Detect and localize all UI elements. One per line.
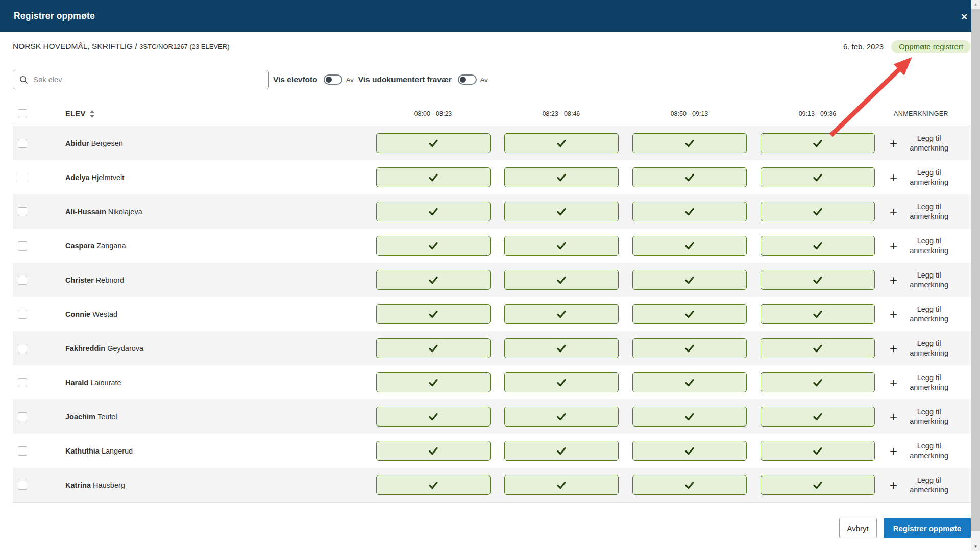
add-remark-button[interactable]: + Legg til anmerkning	[890, 236, 952, 255]
attendance-slots	[369, 133, 881, 153]
attendance-check-button[interactable]	[761, 338, 875, 358]
add-remark-label: Legg til anmerkning	[905, 441, 952, 460]
attendance-check-button[interactable]	[504, 338, 619, 358]
attendance-check-button[interactable]	[376, 372, 491, 392]
attendance-check-button[interactable]	[504, 167, 619, 187]
add-remark-button[interactable]: + Legg til anmerkning	[890, 407, 952, 425]
row-checkbox[interactable]	[18, 207, 27, 216]
row-checkbox[interactable]	[18, 310, 27, 319]
attendance-check-button[interactable]	[504, 202, 619, 221]
attendance-check-button[interactable]	[632, 475, 747, 495]
row-checkbox[interactable]	[18, 139, 27, 148]
controls-row: Vis elevfoto Av Vis udokumentert fravær …	[13, 70, 971, 89]
attendance-check-button[interactable]	[376, 338, 491, 358]
select-all-checkbox[interactable]	[18, 109, 27, 118]
student-first-name: Abidur	[65, 139, 89, 147]
add-remark-button[interactable]: + Legg til anmerkning	[890, 441, 952, 460]
attendance-check-button[interactable]	[376, 407, 491, 427]
toggle-absence-switch[interactable]	[458, 74, 477, 85]
table-row: Katrina Hausberg + Legg til anmerkning	[13, 468, 971, 502]
attendance-check-button[interactable]	[504, 475, 619, 495]
student-last-name: Geydarova	[107, 344, 143, 353]
row-checkbox[interactable]	[18, 446, 27, 456]
checkmark-icon	[557, 447, 566, 455]
cancel-button[interactable]: Avbryt	[839, 518, 877, 538]
attendance-check-button[interactable]	[504, 270, 619, 290]
attendance-check-button[interactable]	[376, 304, 491, 324]
scrollbar-down-icon[interactable]: ▼	[971, 542, 980, 551]
checkmark-icon	[813, 379, 822, 387]
attendance-check-button[interactable]	[504, 441, 619, 461]
attendance-check-button[interactable]	[504, 236, 619, 256]
attendance-check-button[interactable]	[761, 475, 875, 495]
row-checkbox[interactable]	[18, 412, 27, 421]
attendance-check-button[interactable]	[632, 133, 747, 153]
attendance-check-button[interactable]	[632, 338, 747, 358]
attendance-slots	[369, 441, 881, 461]
student-first-name: Fakhreddin	[65, 344, 105, 353]
attendance-check-button[interactable]	[632, 372, 747, 392]
student-name: Adelya Hjelmtveit	[53, 173, 369, 182]
add-remark-button[interactable]: + Legg til anmerkning	[890, 168, 952, 186]
attendance-check-button[interactable]	[761, 133, 875, 153]
attendance-check-button[interactable]	[504, 133, 619, 153]
search-input[interactable]	[32, 75, 263, 84]
attendance-check-button[interactable]	[632, 236, 747, 256]
attendance-check-button[interactable]	[632, 407, 747, 427]
row-checkbox[interactable]	[18, 344, 27, 353]
attendance-check-button[interactable]	[761, 304, 875, 324]
add-remark-button[interactable]: + Legg til anmerkning	[890, 270, 952, 289]
attendance-check-button[interactable]	[504, 304, 619, 324]
scrollbar[interactable]: ▲ ▼	[971, 0, 980, 551]
row-checkbox[interactable]	[18, 173, 27, 182]
attendance-slots	[369, 236, 881, 256]
attendance-check-button[interactable]	[761, 270, 875, 290]
attendance-check-button[interactable]	[761, 167, 875, 187]
attendance-check-button[interactable]	[761, 236, 875, 256]
attendance-check-button[interactable]	[504, 407, 619, 427]
scrollbar-thumb[interactable]	[971, 9, 980, 531]
attendance-check-button[interactable]	[376, 475, 491, 495]
attendance-check-button[interactable]	[376, 202, 491, 221]
attendance-check-button[interactable]	[632, 441, 747, 461]
row-checkbox[interactable]	[18, 378, 27, 387]
attendance-check-button[interactable]	[376, 133, 491, 153]
row-checkbox[interactable]	[18, 481, 27, 490]
attendance-check-button[interactable]	[761, 441, 875, 461]
row-checkbox[interactable]	[18, 241, 27, 251]
attendance-check-button[interactable]	[632, 202, 747, 221]
attendance-check-button[interactable]	[632, 270, 747, 290]
table-row: Christer Rebnord + Legg til anmerkning	[13, 263, 971, 297]
attendance-check-button[interactable]	[761, 202, 875, 221]
scrollbar-up-icon[interactable]: ▲	[971, 0, 980, 9]
attendance-check-button[interactable]	[376, 236, 491, 256]
attendance-check-button[interactable]	[761, 407, 875, 427]
attendance-check-button[interactable]	[504, 372, 619, 392]
checkmark-icon	[557, 379, 566, 387]
attendance-check-button[interactable]	[761, 372, 875, 392]
add-remark-button[interactable]: + Legg til anmerkning	[890, 339, 952, 357]
attendance-check-button[interactable]	[376, 441, 491, 461]
add-remark-button[interactable]: + Legg til anmerkning	[890, 202, 952, 220]
attendance-check-button[interactable]	[632, 167, 747, 187]
attendance-modal: Registrer oppmøte ✕ NORSK HOVEDMÅL, SKRI…	[0, 0, 980, 538]
add-remark-label: Legg til anmerkning	[905, 168, 952, 186]
add-remark-button[interactable]: + Legg til anmerkning	[890, 305, 952, 323]
status-badge: Oppmøte registrert	[891, 40, 971, 53]
attendance-check-button[interactable]	[376, 270, 491, 290]
register-attendance-button[interactable]: Registrer oppmøte	[884, 518, 971, 538]
attendance-check-button[interactable]	[632, 304, 747, 324]
add-remark-button[interactable]: + Legg til anmerkning	[890, 134, 952, 152]
column-header-student[interactable]: ELEV	[53, 110, 369, 118]
column-header-timeslot-2: 08:23 - 08:46	[497, 110, 625, 117]
checkmark-icon	[685, 139, 694, 147]
close-icon[interactable]: ✕	[958, 10, 971, 23]
checkmark-icon	[557, 139, 566, 147]
toggle-photos-switch[interactable]	[324, 74, 342, 85]
toggle-photos-label: Vis elevfoto	[273, 75, 317, 84]
attendance-check-button[interactable]	[376, 167, 491, 187]
checkmark-icon	[813, 481, 822, 489]
row-checkbox[interactable]	[18, 276, 27, 285]
add-remark-button[interactable]: + Legg til anmerkning	[890, 475, 952, 494]
add-remark-button[interactable]: + Legg til anmerkning	[890, 373, 952, 391]
